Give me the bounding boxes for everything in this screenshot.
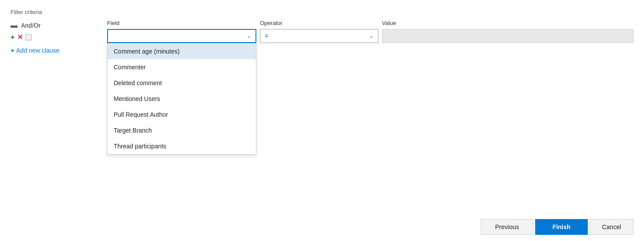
clause-checkbox[interactable] <box>25 34 32 40</box>
bottom-bar: Previous Finish Cancel <box>470 213 644 241</box>
field-chevron-icon: ⌄ <box>247 33 251 39</box>
dropdown-item-deleted-comment[interactable]: Deleted comment <box>108 75 256 91</box>
and-or-row: ▬ And/Or <box>11 22 103 29</box>
add-clause-icon[interactable]: + <box>11 33 14 41</box>
columns-area: Field ⌄ Comment age (minutes) Commenter … <box>107 20 633 43</box>
dropdown-item-pull-request-author[interactable]: Pull Request Author <box>108 107 256 122</box>
value-column-header: Value <box>382 20 633 26</box>
operator-chevron-icon: ⌄ <box>369 33 374 39</box>
left-panel: ▬ And/Or + ✕ + Add new clause <box>11 20 107 54</box>
field-select-button[interactable]: ⌄ <box>107 29 256 43</box>
field-column-header: Field <box>107 20 256 26</box>
value-column: Value <box>382 20 633 43</box>
operator-selected-value: = <box>265 32 268 40</box>
cancel-button[interactable]: Cancel <box>590 219 633 235</box>
delete-clause-icon[interactable]: ✕ <box>17 33 23 41</box>
dropdown-item-commenter[interactable]: Commenter <box>108 59 256 75</box>
finish-button[interactable]: Finish <box>535 219 588 235</box>
dropdown-item-mentioned-users[interactable]: Mentioned Users <box>108 91 256 107</box>
add-clause-text: Add new clause <box>16 47 60 54</box>
operator-select-button[interactable]: = ⌄ <box>260 29 378 43</box>
add-new-plus-icon: + <box>11 47 14 54</box>
criteria-row: ▬ And/Or + ✕ + Add new clause Field ⌄ <box>11 20 633 54</box>
page-container: Filter criteria ▬ And/Or + ✕ + Add new c… <box>0 0 644 241</box>
and-or-label: And/Or <box>21 22 40 29</box>
dropdown-item-comment-age[interactable]: Comment age (minutes) <box>108 43 256 59</box>
filter-criteria-label: Filter criteria <box>11 9 633 15</box>
previous-button[interactable]: Previous <box>481 219 533 235</box>
operator-column: Operator = ⌄ <box>260 20 378 43</box>
field-column: Field ⌄ Comment age (minutes) Commenter … <box>107 20 256 43</box>
dropdown-item-target-branch[interactable]: Target Branch <box>108 122 256 138</box>
value-input[interactable] <box>382 29 633 43</box>
add-clause-link[interactable]: + Add new clause <box>11 47 103 54</box>
list-icon: ▬ <box>11 22 18 29</box>
field-dropdown-menu: Comment age (minutes) Commenter Deleted … <box>107 43 256 155</box>
dropdown-item-thread-participants[interactable]: Thread participants <box>108 138 256 154</box>
operator-column-header: Operator <box>260 20 378 26</box>
action-icons-row: + ✕ <box>11 33 103 41</box>
